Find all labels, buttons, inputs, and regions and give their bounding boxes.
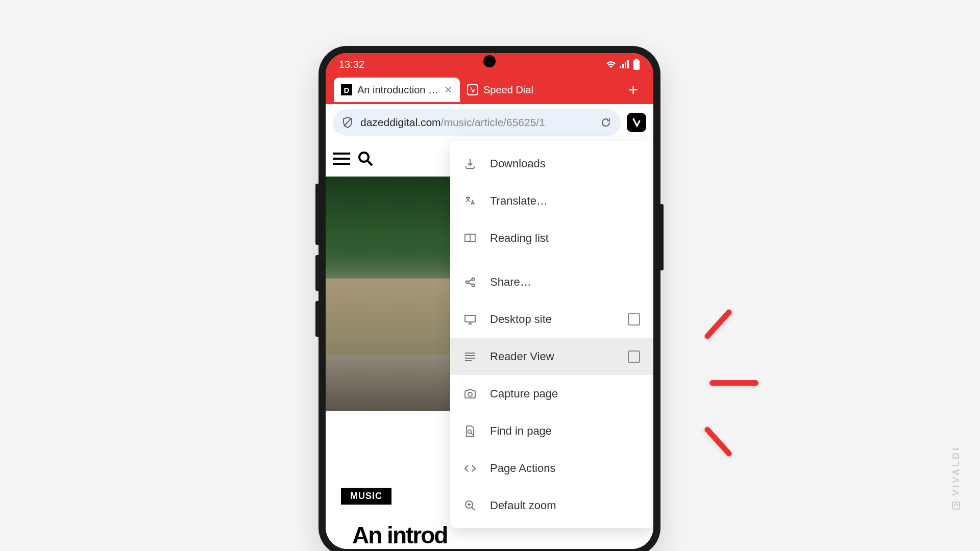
menu-reader-view[interactable]: Reader View [450,338,653,375]
battery-icon [633,59,640,70]
url-text: dazeddigital.com/music/article/65625/1 [360,116,593,129]
menu-translate[interactable]: Translate… [450,182,653,219]
checkbox[interactable] [628,350,640,363]
download-icon [463,157,477,170]
menu-label: Page Actions [490,462,640,475]
svg-rect-1 [622,64,624,68]
svg-point-26 [468,430,472,433]
svg-rect-2 [625,62,626,68]
camera-icon [463,387,477,400]
menu-label: Default zoom [490,499,640,512]
menu-downloads[interactable]: Downloads [450,145,653,182]
svg-line-17 [468,283,472,285]
menu-capture-page[interactable]: Capture page [450,375,653,412]
vivaldi-watermark: VIVALDI [951,446,962,510]
svg-line-12 [368,161,372,165]
code-icon [463,462,477,475]
menu-label: Share… [490,276,640,289]
reader-icon [463,350,477,363]
signal-icon [620,60,630,68]
menu-reading-list[interactable]: Reading list [450,219,653,257]
svg-rect-6 [468,85,477,94]
menu-find-in-page[interactable]: Find in page [450,412,653,449]
camera-hole [483,55,496,67]
dropdown-menu: Downloads Translate… Reading list [450,141,653,528]
svg-rect-3 [627,60,629,68]
svg-line-16 [468,280,472,282]
menu-default-zoom[interactable]: Default zoom [450,487,653,524]
reading-list-icon [463,232,477,245]
attention-line [703,308,733,340]
search-icon[interactable] [357,151,374,167]
tab-active[interactable]: D An introduction to D ✕ [334,78,460,102]
address-bar-container: dazeddigital.com/music/article/65625/1 [326,104,653,141]
svg-rect-18 [465,315,475,322]
page-content: MUSIC An introd Downloads Translate… [326,141,653,549]
phone-volume-button [315,184,318,245]
tab-speed-dial[interactable]: Speed Dial [460,78,541,102]
wifi-icon [605,60,617,69]
phone-frame: 13:32 D An introduction to D ✕ Speed Dia… [318,46,660,551]
phone-power-button [660,204,664,270]
find-icon [463,424,477,438]
svg-line-29 [472,507,475,510]
reload-icon[interactable] [600,117,611,128]
hamburger-icon[interactable] [333,152,350,165]
new-tab-button[interactable]: + [621,81,645,99]
close-icon[interactable]: ✕ [444,84,453,96]
menu-page-actions[interactable]: Page Actions [450,449,653,487]
tab-title: Speed Dial [483,84,533,96]
menu-label: Capture page [490,387,640,400]
attention-line [709,380,758,386]
svg-rect-4 [635,59,638,60]
status-time: 13:32 [339,59,364,70]
menu-label: Reader View [490,350,615,363]
category-badge: MUSIC [341,488,391,505]
svg-rect-0 [620,66,621,68]
translate-icon [463,194,477,208]
desktop-icon [463,313,477,326]
share-icon [463,276,477,289]
menu-label: Downloads [490,157,640,170]
svg-line-27 [471,433,473,435]
menu-divider [461,260,642,260]
tab-favicon: D [341,84,352,95]
zoom-icon [463,499,477,512]
phone-screen: 13:32 D An introduction to D ✕ Speed Dia… [326,53,653,549]
address-bar[interactable]: dazeddigital.com/music/article/65625/1 [333,109,621,136]
menu-desktop-site[interactable]: Desktop site [450,300,653,338]
menu-label: Translate… [490,194,640,208]
menu-label: Reading list [490,232,640,245]
phone-side-button [315,301,318,337]
vivaldi-icon [467,84,478,95]
menu-label: Find in page [490,424,640,438]
tab-strip: D An introduction to D ✕ Speed Dial + [326,76,653,104]
checkbox[interactable] [628,313,640,325]
shield-icon [342,116,353,129]
svg-point-25 [468,392,472,396]
phone-side-button [315,255,318,291]
menu-share[interactable]: Share… [450,263,653,300]
svg-point-11 [359,153,369,162]
menu-label: Desktop site [490,313,615,326]
status-icons [605,59,640,70]
attention-line [703,425,733,457]
vivaldi-menu-button[interactable] [627,113,646,132]
svg-rect-5 [633,60,640,70]
tab-title: An introduction to D [357,84,439,96]
